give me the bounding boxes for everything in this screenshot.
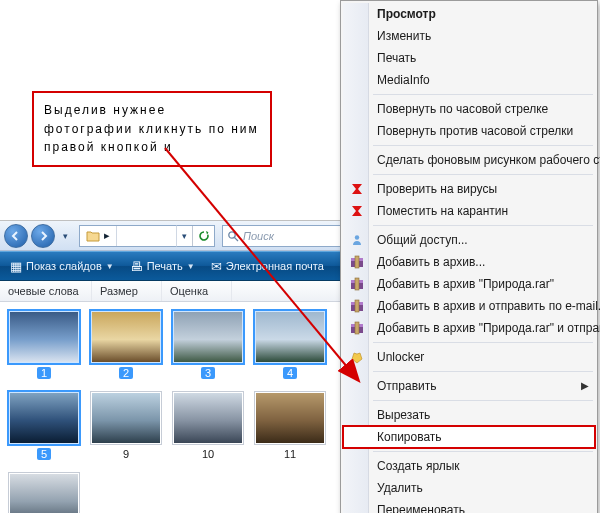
menu-item-label: Повернуть по часовой стрелке [377,102,548,116]
thumbnail-caption: 11 [284,448,296,460]
menu-separator [373,342,593,343]
column-size[interactable]: Размер [92,281,162,301]
menu-item[interactable]: Повернуть по часовой стрелке [343,98,595,120]
column-tags[interactable]: очевые слова [0,281,92,301]
svg-rect-6 [355,322,359,334]
menu-separator [373,94,593,95]
kav-quarantine-icon [348,202,366,220]
thumbnail-caption: 5 [37,448,51,460]
slideshow-icon: ▦ [10,259,22,274]
thumbnail-item[interactable]: 2 [88,310,164,379]
winrar-icon [348,297,366,315]
menu-item[interactable]: MediaInfo [343,69,595,91]
menu-separator [373,225,593,226]
refresh-button[interactable] [192,226,214,246]
svg-point-0 [229,231,235,237]
menu-separator [373,145,593,146]
menu-item[interactable]: Добавить в архив "Природа.rar" [343,273,595,295]
command-print[interactable]: 🖶 Печать ▼ [122,252,203,280]
menu-item[interactable]: Повернуть против часовой стрелки [343,120,595,142]
menu-item-label: Добавить в архив "Природа.rar" [377,277,554,291]
column-headers: очевые слова Размер Оценка [0,281,346,302]
menu-item-label: Добавить в архив... [377,255,485,269]
menu-item-label: Общий доступ... [377,233,468,247]
menu-item-label: Переименовать [377,503,465,513]
svg-rect-4 [355,278,359,290]
menu-item[interactable]: Сделать фоновым рисунком рабочего стола [343,149,595,171]
kav-scan-icon [348,180,366,198]
search-input[interactable]: Поиск [222,225,342,247]
chevron-down-icon: ▼ [106,262,114,271]
email-icon: ✉ [211,259,222,274]
menu-item[interactable]: Изменить [343,25,595,47]
menu-item[interactable]: Отправить▶ [343,375,595,397]
menu-item[interactable]: Печать [343,47,595,69]
column-rating[interactable]: Оценка [162,281,232,301]
menu-item-label: Изменить [377,29,431,43]
tutorial-callout-text: Выделив нужнее фотографии кликнуть по ни… [44,103,259,154]
menu-item-label: Создать ярлык [377,459,460,473]
thumbnail-item[interactable]: 3 [170,310,246,379]
svg-line-1 [235,237,238,240]
thumbnail-caption: 1 [37,367,51,379]
menu-item[interactable]: Копировать [343,426,595,448]
refresh-icon [198,230,210,242]
menu-item-label: Повернуть против часовой стрелки [377,124,573,138]
menu-item[interactable]: Добавить в архив и отправить по e-mail..… [343,295,595,317]
nav-history-dropdown[interactable]: ▾ [58,225,72,247]
menu-item-label: Добавить в архив и отправить по e-mail..… [377,299,600,313]
nav-back-button[interactable] [4,224,28,248]
menu-item[interactable]: Переименовать [343,499,595,513]
menu-item[interactable]: Создать ярлык [343,455,595,477]
menu-item[interactable]: Unlocker [343,346,595,368]
menu-item[interactable]: Вырезать [343,404,595,426]
menu-item-label: Сделать фоновым рисунком рабочего стола [377,153,600,167]
chevron-down-icon: ▼ [187,262,195,271]
menu-item-label: Отправить [377,379,437,393]
share-icon [348,231,366,249]
thumbnail-caption: 3 [201,367,215,379]
menu-item[interactable]: Добавить в архив "Природа.rar" и отправи… [343,317,595,339]
thumbnail-caption: 10 [202,448,214,460]
thumbnail-item[interactable]: 4 [252,310,328,379]
winrar-icon [348,275,366,293]
winrar-icon [348,253,366,271]
menu-separator [373,451,593,452]
menu-item-label: Удалить [377,481,423,495]
menu-item-label: Печать [377,51,416,65]
svg-rect-3 [355,256,359,268]
menu-item[interactable]: Добавить в архив... [343,251,595,273]
winrar-icon [348,319,366,337]
menu-item[interactable]: Удалить [343,477,595,499]
command-slideshow[interactable]: ▦ Показ слайдов ▼ [2,252,122,280]
thumbnail-caption: 9 [123,448,129,460]
menu-separator [373,371,593,372]
address-box[interactable]: ▸ ▾ [79,225,215,247]
explorer-window: ▾ ▸ ▾ Поиск ▦ [0,220,346,513]
menu-item[interactable]: Просмотр [343,3,595,25]
context-menu: ПросмотрИзменитьПечатьMediaInfoПовернуть… [340,0,598,513]
menu-item[interactable]: Проверить на вирусы [343,178,595,200]
menu-item[interactable]: Поместить на карантин [343,200,595,222]
thumbnail-item[interactable]: 12 [6,472,82,513]
command-email[interactable]: ✉ Электронная почта [203,252,332,280]
thumbnail-item[interactable]: 9 [88,391,164,460]
thumbnail-item[interactable]: 5 [6,391,82,460]
thumbnail-caption: 4 [283,367,297,379]
print-icon: 🖶 [130,259,143,274]
menu-item-label: Unlocker [377,350,424,364]
menu-separator [373,174,593,175]
address-segment[interactable]: ▸ [80,226,117,246]
menu-item-label: Копировать [377,430,442,444]
menu-item[interactable]: Общий доступ... [343,229,595,251]
address-dropdown[interactable]: ▾ [176,225,192,247]
command-bar: ▦ Показ слайдов ▼ 🖶 Печать ▼ ✉ Электронн… [0,251,346,281]
nav-forward-button[interactable] [31,224,55,248]
submenu-arrow-icon: ▶ [581,380,589,391]
unlocker-icon [348,348,366,366]
thumbnail-item[interactable]: 1 [6,310,82,379]
tutorial-callout: Выделив нужнее фотографии кликнуть по ни… [32,91,272,167]
thumbnail-item[interactable]: 11 [252,391,328,460]
address-bar: ▾ ▸ ▾ Поиск [0,221,346,251]
thumbnail-item[interactable]: 10 [170,391,246,460]
